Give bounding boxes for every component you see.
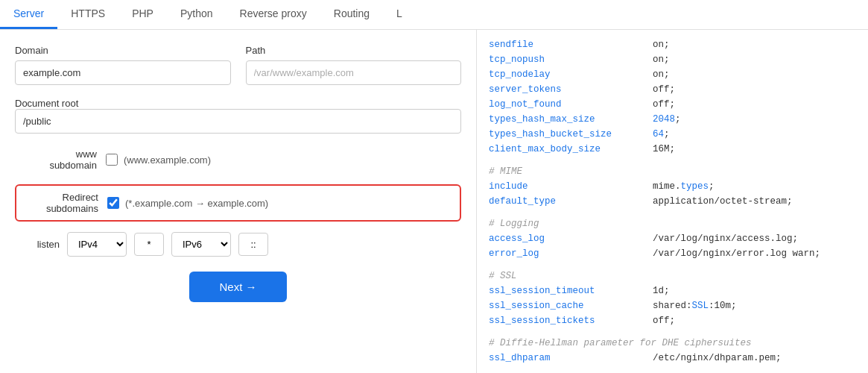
doc-root-group: Document root — [15, 97, 461, 134]
code-value: 64; — [653, 127, 670, 142]
code-line: error_log/var/log/nginx/error.log warn; — [489, 246, 856, 261]
doc-root-label: Document root — [15, 98, 78, 109]
listen-colon-input[interactable] — [238, 233, 268, 256]
button-row: Next → — [15, 272, 461, 302]
www-checkbox[interactable] — [106, 154, 118, 166]
code-line: types_hash_bucket_size64; — [489, 127, 856, 142]
code-line: tcp_nopushon; — [489, 52, 856, 67]
code-value: off; — [653, 313, 675, 328]
www-text: (www.example.com) — [124, 154, 211, 166]
redirect-label: Redirectsubdomains — [24, 192, 98, 214]
code-line: includemime.types; — [489, 179, 856, 194]
listen-row: listen IPv4 IPv6 — [15, 232, 461, 257]
code-line — [489, 157, 856, 164]
code-line: default_typeapplication/octet-stream; — [489, 194, 856, 209]
code-line: server_tokensoff; — [489, 82, 856, 97]
tab-https[interactable]: HTTPS — [57, 0, 118, 29]
path-label: Path — [246, 45, 462, 56]
main-content: Domain Path Document root wwwsubdomain (… — [0, 30, 868, 373]
code-value: 2048; — [653, 112, 681, 127]
code-key: log_not_found — [489, 97, 653, 112]
code-value: /var/log/nginx/access.log; — [653, 231, 798, 246]
domain-input[interactable] — [15, 60, 231, 85]
code-key: ssl_session_tickets — [489, 313, 653, 328]
code-value: on; — [653, 37, 670, 52]
code-line: ssl_session_cacheshared:SSL:10m; — [489, 298, 856, 313]
code-value: off; — [653, 97, 675, 112]
doc-root-input[interactable] — [15, 109, 461, 134]
redirect-text: (*.example.com → example.com) — [125, 198, 268, 209]
code-value: shared:SSL:10m; — [653, 298, 737, 313]
code-value: application/octet-stream; — [653, 194, 793, 209]
code-line — [489, 328, 856, 336]
code-line: # Logging — [489, 216, 856, 231]
code-value: off; — [653, 82, 675, 97]
code-line — [489, 209, 856, 216]
code-line: types_hash_max_size2048; — [489, 112, 856, 127]
listen-ipv4-select[interactable]: IPv4 — [67, 232, 127, 257]
code-line — [489, 261, 856, 269]
code-line: sendfileon; — [489, 37, 856, 52]
code-value: 1d; — [653, 283, 670, 298]
code-key: error_log — [489, 246, 653, 261]
code-line: # SSL — [489, 269, 856, 283]
code-key: ssl_dhparam — [489, 351, 653, 366]
code-key: ssl_session_timeout — [489, 283, 653, 298]
code-value: 16M; — [653, 142, 675, 157]
code-value: /etc/nginx/dhparam.pem; — [653, 351, 782, 366]
tab-server[interactable]: Server — [0, 0, 57, 29]
code-key: ssl_session_cache — [489, 298, 653, 313]
redirect-checkbox-wrapper: (*.example.com → example.com) — [107, 197, 268, 209]
code-key: types_hash_bucket_size — [489, 127, 653, 142]
code-line: client_max_body_size16M; — [489, 142, 856, 157]
code-key: server_tokens — [489, 82, 653, 97]
redirect-subdomains-row: Redirectsubdomains (*.example.com → exam… — [15, 184, 461, 222]
code-line — [489, 366, 856, 373]
code-line: access_log/var/log/nginx/access.log; — [489, 231, 856, 246]
code-comment: # SSL — [489, 269, 517, 283]
www-subdomain-row: wwwsubdomain (www.example.com) — [15, 145, 461, 174]
code-key: types_hash_max_size — [489, 112, 653, 127]
code-line: ssl_session_timeout1d; — [489, 283, 856, 298]
listen-ipv6-select[interactable]: IPv6 — [171, 232, 231, 257]
code-value: /var/log/nginx/error.log warn; — [653, 246, 820, 261]
tab-reverse-proxy[interactable]: Reverse proxy — [226, 0, 320, 29]
code-line: # MIME — [489, 164, 856, 179]
code-key: sendfile — [489, 37, 653, 52]
right-panel: sendfileon;tcp_nopushon;tcp_nodelayon;se… — [477, 30, 868, 373]
domain-label: Domain — [15, 45, 231, 56]
domain-group: Domain — [15, 45, 231, 85]
listen-label: listen — [15, 239, 60, 250]
code-key: tcp_nopush — [489, 52, 653, 67]
www-checkbox-wrapper: (www.example.com) — [106, 154, 211, 166]
path-input[interactable] — [246, 60, 462, 85]
code-line: tcp_nodelayon; — [489, 67, 856, 82]
code-comment: # MIME — [489, 164, 522, 179]
code-key: access_log — [489, 231, 653, 246]
code-key: tcp_nodelay — [489, 67, 653, 82]
path-group: Path — [246, 45, 462, 85]
tab-php[interactable]: PHP — [118, 0, 167, 29]
redirect-checkbox[interactable] — [107, 197, 119, 209]
tab-python[interactable]: Python — [167, 0, 226, 29]
code-comment: # Diffie-Hellman parameter for DHE ciphe… — [489, 336, 752, 351]
code-key: client_max_body_size — [489, 142, 653, 157]
www-label: wwwsubdomain — [15, 148, 97, 171]
code-line: # Diffie-Hellman parameter for DHE ciphe… — [489, 336, 856, 351]
tab-routing[interactable]: Routing — [320, 0, 383, 29]
code-line: ssl_session_ticketsoff; — [489, 313, 856, 328]
code-line: log_not_foundoff; — [489, 97, 856, 112]
code-key: include — [489, 179, 653, 194]
code-line: ssl_dhparam/etc/nginx/dhparam.pem; — [489, 351, 856, 366]
tab-bar: Server HTTPS PHP Python Reverse proxy Ro… — [0, 0, 868, 30]
code-key: default_type — [489, 194, 653, 209]
next-button[interactable]: Next → — [189, 272, 286, 302]
code-value: on; — [653, 67, 670, 82]
left-panel: Domain Path Document root wwwsubdomain (… — [0, 30, 477, 373]
listen-star-input[interactable] — [134, 233, 164, 256]
domain-path-row: Domain Path — [15, 45, 461, 85]
code-value: on; — [653, 52, 670, 67]
code-value: mime.types; — [653, 179, 715, 194]
tab-l[interactable]: L — [383, 0, 416, 29]
code-comment: # Logging — [489, 216, 539, 231]
